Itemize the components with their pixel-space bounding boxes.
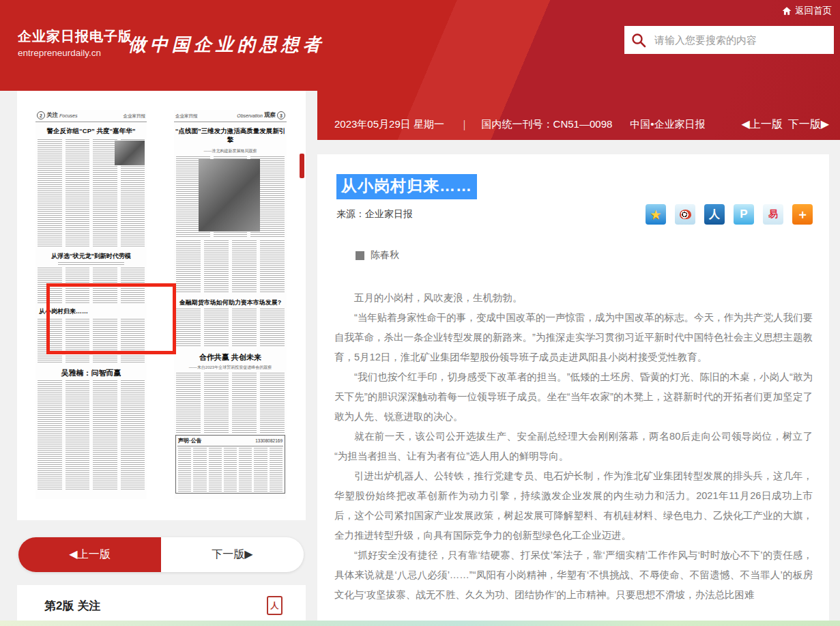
article-card: 从小岗村归来…… 来源：企业家日报 陈春秋 五月的小岗村，风吹麦浪，生机勃勃。 … — [317, 154, 829, 626]
article-body: 五月的小岗村，风吹麦浪，生机勃勃。 “当年贴着身家性命干的事，变成中国改革的一声… — [334, 288, 813, 626]
text-lines — [204, 240, 229, 294]
issue-info-bar: 2023年05月29日 星期一 ｜ 国内统一刊号：CN51—0098 中国•企业… — [317, 109, 840, 140]
text-lines — [204, 309, 229, 347]
article-source: 来源：企业家日报 — [336, 208, 413, 220]
text-lines — [232, 373, 257, 433]
text-lines — [38, 139, 62, 247]
page3-masthead: 企业家日报 — [175, 113, 198, 119]
thumb-subtitle: ——来自2023年全球贸易投资促进峰会的观察 — [174, 365, 287, 371]
simulated-text — [56, 262, 126, 265]
page3-section: 观察 — [264, 111, 276, 119]
renren-share-icon[interactable] — [704, 204, 725, 225]
page-nav-top: ◀上一版 下一版▶ — [741, 117, 829, 132]
article-paragraph: “当年贴着身家性命干的事，变成中国改革的一声惊雷，成为中国改革的标志。今天，作为… — [334, 308, 813, 367]
article-selection-box — [46, 283, 176, 354]
netease-weibo-share-icon[interactable] — [763, 204, 783, 225]
classifieds-title: 声明·公告 — [178, 437, 202, 444]
article-title: 从小岗村归来…… — [336, 174, 477, 199]
text-lines — [232, 309, 257, 347]
pdf-icon[interactable] — [267, 596, 283, 615]
text-lines — [176, 373, 201, 433]
simulated-text — [174, 373, 287, 433]
issue-date: 2023年05月29日 星期一 — [334, 118, 444, 131]
home-icon — [782, 6, 792, 16]
newspaper-thumbnail[interactable]: 2 关注 Focuses 企业家日报 警企反诈组“CP” 共度“嘉年华” 从浮选… — [33, 106, 289, 504]
site-title: 企业家日报电子版 — [18, 27, 132, 46]
text-lines — [260, 373, 285, 433]
site-domain: entrepreneurdaily.cn — [18, 48, 132, 58]
text-lines — [66, 380, 90, 489]
text-lines — [176, 309, 201, 347]
author-bullet-square — [356, 251, 364, 260]
text-lines — [93, 380, 117, 489]
text-lines — [38, 380, 62, 489]
article-paragraph: 引进出炉机器人、公转铁，推行党建专员、电石炉长制，作为淮北矿业集团转型发展的排头… — [334, 466, 813, 545]
thumb-subtitle: ——淮北构建新发展格局观察 — [174, 148, 287, 154]
prev-page-link[interactable]: ◀上一版 — [741, 117, 782, 132]
text-lines — [260, 309, 285, 347]
page-nav-label: 第2版 关注 — [44, 598, 100, 614]
article-paragraph: 就在前一天，该公司公开选拔生产、安全副总经理大会刚刚落幕，两名80后走向公司领导… — [334, 427, 813, 466]
thumb-headline: 金融期货市场如何助力资本市场发展? — [175, 298, 286, 307]
thumb-headline: 从浮选“状元龙”到新时代劳模 — [36, 252, 146, 261]
text-lines — [58, 262, 124, 265]
thumbnail-scrollbar[interactable] — [300, 154, 304, 178]
thumb-headline: “点线面”三维发力激活高质量发展新引擎 — [175, 127, 286, 145]
classifieds-phone: 13308082169 — [255, 438, 283, 443]
sidebar-item-page2[interactable]: 第2版 关注 — [17, 585, 306, 626]
article-meta-row: 来源：企业家日报 — [336, 203, 813, 225]
text-lines — [239, 448, 252, 492]
article-paragraph: “抓好安全没有捷径，只有靠‘结硬寨、打呆仗’笨法子，靠‘严细实精’工作作风与‘时… — [334, 545, 813, 605]
page: 企业家日报电子版 entrepreneurdaily.cn 做中国企业的思想者 … — [0, 0, 840, 626]
text-lines — [193, 448, 206, 492]
site-slogan: 做中国企业的思想者 — [128, 33, 325, 57]
simulated-text — [174, 309, 287, 347]
author-name: 陈春秋 — [371, 249, 399, 261]
separator: ｜ — [459, 118, 469, 131]
tencent-weibo-share-icon[interactable] — [734, 204, 754, 225]
thumbnail-panel: 2 关注 Focuses 企业家日报 警企反诈组“CP” 共度“嘉年华” 从浮选… — [17, 91, 306, 520]
page2-number: 2 — [37, 111, 45, 119]
news-photo — [199, 159, 260, 231]
page3-section-en: Observation — [237, 113, 263, 118]
prev-page-button[interactable]: ◀上一版 — [18, 537, 161, 572]
text-lines — [176, 240, 201, 294]
text-lines — [121, 380, 145, 489]
text-lines — [204, 373, 229, 433]
qzone-share-icon[interactable] — [646, 204, 666, 225]
simulated-text — [177, 448, 283, 492]
search-input[interactable] — [653, 33, 834, 46]
text-lines — [178, 448, 191, 492]
site-logo[interactable]: 企业家日报电子版 entrepreneurdaily.cn — [18, 27, 132, 58]
page2-section-en: Focuses — [59, 113, 77, 118]
simulated-text — [35, 139, 147, 247]
thumbnail-page-3: 企业家日报 Observation 观察 3 “点线面”三维发力激活高质量发展新… — [174, 110, 287, 499]
text-lines — [260, 240, 285, 294]
classifieds-box: 声明·公告 13308082169 — [175, 435, 285, 494]
thumb-headline: 警企反诈组“CP” 共度“嘉年华” — [36, 127, 146, 136]
text-lines — [93, 139, 117, 247]
next-page-button[interactable]: 下一版▶ — [161, 537, 304, 572]
page2-section: 关注 — [46, 111, 58, 119]
simulated-text — [174, 240, 287, 294]
text-lines — [254, 448, 267, 492]
more-share-icon[interactable] — [792, 204, 813, 225]
simulated-text — [174, 156, 287, 238]
simulated-text — [35, 380, 147, 489]
page3-header: 企业家日报 Observation 观察 3 — [174, 110, 287, 122]
thumb-headline: 吴雅楠：问智而赢 — [36, 368, 146, 378]
article-byline: 陈春秋 — [356, 249, 399, 261]
home-link-label: 返回首页 — [795, 5, 832, 17]
text-lines — [270, 448, 283, 492]
search-icon[interactable] — [631, 32, 653, 48]
paper-name: 中国•企业家日报 — [630, 118, 705, 131]
article-paragraph: 五月的小岗村，风吹麦浪，生机勃勃。 — [334, 288, 813, 308]
sina-weibo-share-icon[interactable] — [675, 204, 695, 225]
text-lines — [224, 448, 237, 492]
home-link[interactable]: 返回首页 — [782, 5, 832, 17]
text-lines — [209, 448, 222, 492]
next-page-link[interactable]: 下一版▶ — [788, 117, 829, 132]
page2-header: 2 关注 Focuses 企业家日报 — [35, 110, 147, 122]
page2-masthead: 企业家日报 — [124, 113, 146, 119]
share-bar — [646, 204, 813, 225]
